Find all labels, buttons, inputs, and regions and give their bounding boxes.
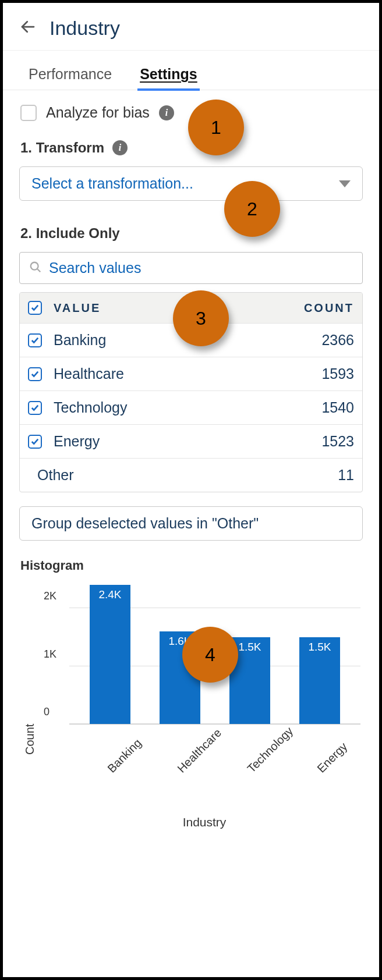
row-count: 1593	[284, 365, 354, 382]
search-icon	[29, 261, 42, 276]
row-checkbox[interactable]	[28, 401, 42, 415]
row-count: 2366	[284, 332, 354, 349]
histogram-heading: Histogram	[19, 541, 363, 585]
x-tick-label: Energy	[312, 734, 381, 804]
analyze-bias-checkbox[interactable]	[20, 105, 37, 121]
tab-performance[interactable]: Performance	[26, 59, 114, 90]
chevron-down-icon	[339, 180, 351, 187]
table-row: Healthcare 1593	[20, 357, 362, 391]
transformation-dropdown[interactable]: Select a transformation...	[19, 166, 363, 201]
svg-line-2	[37, 269, 40, 272]
table-row: Energy 1523	[20, 425, 362, 459]
tab-bar: Performance Settings	[3, 51, 379, 90]
histogram-chart: Count 0 1K 2K 2.4K 1.6K 1.5K 1.5K	[19, 585, 363, 829]
bar-value-label: 1.5K	[299, 641, 340, 654]
column-header-count: Count	[284, 301, 354, 315]
x-tick-label: Banking	[102, 734, 172, 804]
select-all-checkbox[interactable]	[28, 301, 42, 315]
annotation-marker: 2	[224, 181, 280, 237]
tab-settings[interactable]: Settings	[137, 59, 200, 90]
x-axis-label: Industry	[48, 815, 360, 829]
x-tick-label: Technology	[242, 734, 312, 804]
analyze-bias-label: Analyze for bias	[46, 104, 150, 121]
grouping-dropdown[interactable]: Group deselected values in "Other"	[19, 506, 363, 541]
row-checkbox[interactable]	[28, 333, 42, 347]
row-checkbox[interactable]	[28, 435, 42, 449]
table-row-other: Other 11	[20, 459, 362, 492]
row-value: Healthcare	[54, 365, 284, 382]
row-count: 1523	[284, 433, 354, 450]
histogram-bar: 1.5K	[299, 637, 340, 724]
transformation-dropdown-placeholder: Select a transformation...	[31, 175, 193, 192]
include-only-heading-text: 2. Include Only	[20, 225, 120, 242]
row-value: Energy	[54, 433, 284, 450]
annotation-marker: 3	[173, 290, 229, 346]
back-arrow-icon[interactable]	[19, 18, 37, 38]
row-count: 1540	[284, 399, 354, 416]
values-search-input[interactable]	[49, 260, 353, 276]
info-icon[interactable]: i	[112, 140, 128, 155]
column-header-value: Value	[54, 301, 284, 315]
other-count: 11	[284, 467, 354, 484]
transform-heading-text: 1. Transform	[20, 140, 104, 156]
y-axis-label: Count	[22, 585, 38, 829]
row-checkbox[interactable]	[28, 367, 42, 381]
svg-point-1	[31, 262, 38, 269]
y-tick: 0	[44, 706, 49, 718]
include-only-heading: 2. Include Only	[19, 221, 363, 252]
row-value: Banking	[54, 332, 284, 349]
histogram-bar: 2.4K	[90, 585, 130, 724]
annotation-marker: 1	[188, 100, 244, 155]
values-search[interactable]	[19, 252, 363, 284]
annotation-marker: 4	[182, 627, 238, 683]
bar-value-label: 2.4K	[90, 588, 130, 601]
other-label: Other	[37, 467, 284, 484]
x-tick-label: Healthcare	[172, 734, 242, 804]
grouping-dropdown-label: Group deselected values in "Other"	[31, 515, 259, 532]
y-tick: 1K	[44, 648, 56, 660]
info-icon[interactable]: i	[159, 105, 174, 120]
row-value: Technology	[54, 399, 284, 416]
y-tick: 2K	[44, 590, 56, 602]
page-title: Industry	[49, 17, 120, 40]
table-row: Technology 1540	[20, 391, 362, 425]
